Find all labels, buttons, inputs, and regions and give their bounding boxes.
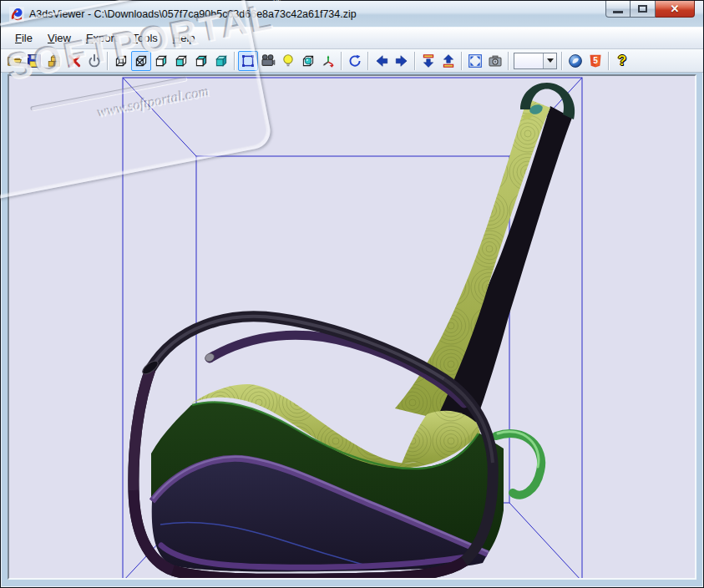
red-x-icon <box>67 53 82 68</box>
menu-tools[interactable]: Tools <box>125 29 165 47</box>
fullscreen-button[interactable] <box>465 51 485 71</box>
light-bulb-icon <box>281 53 296 68</box>
minimize-button[interactable] <box>605 1 631 18</box>
viewport-3d[interactable] <box>8 74 696 580</box>
view-gouraud-button[interactable] <box>191 51 211 71</box>
cube-hiddenline-icon <box>154 53 169 68</box>
open-folder-icon <box>7 53 22 68</box>
view-textured-button[interactable] <box>211 51 231 71</box>
chevron-down-icon <box>547 58 554 63</box>
minimize-icon <box>613 11 623 13</box>
window-title: A3dsViewer - C:\Downloads\057f7ca90b5c63… <box>29 8 357 20</box>
html5-export-button[interactable]: 5 <box>585 51 605 71</box>
toolbar-separator <box>107 52 109 70</box>
close-button[interactable]: ✕ <box>656 1 695 18</box>
axes-button[interactable] <box>318 51 338 71</box>
toolbar-separator <box>341 52 342 70</box>
toolbar-separator <box>367 52 369 70</box>
cube-wireframe-cross-icon <box>134 53 149 68</box>
help-button[interactable]: ? <box>612 51 632 71</box>
exit-button[interactable] <box>84 51 104 71</box>
arrow-right-icon <box>394 53 409 68</box>
object-select-combobox[interactable] <box>514 53 557 69</box>
combobox-value <box>514 53 543 68</box>
view-hidden-line-button[interactable] <box>151 51 171 71</box>
material-cube-icon <box>301 53 316 68</box>
objects-button[interactable] <box>44 51 64 71</box>
menu-bar: File View Export Tools Help <box>1 27 703 49</box>
save-button[interactable] <box>24 51 44 71</box>
movie-camera-icon <box>261 53 276 68</box>
menu-view[interactable]: View <box>40 29 79 47</box>
prev-button[interactable] <box>372 51 392 71</box>
material-button[interactable] <box>298 51 318 71</box>
app-icon <box>9 7 24 22</box>
toolbar-separator <box>414 52 416 70</box>
boxes-icon <box>47 53 62 68</box>
open-button[interactable] <box>4 51 24 71</box>
close-file-button[interactable] <box>64 51 84 71</box>
cube-solid-icon <box>214 53 229 68</box>
toolbar-separator <box>608 52 610 70</box>
axes-icon <box>321 53 336 68</box>
combobox-dropdown-button[interactable] <box>543 53 556 68</box>
next-button[interactable] <box>392 51 412 71</box>
light-button[interactable] <box>278 51 298 71</box>
export-button[interactable] <box>438 51 458 71</box>
cube-gouraud-icon <box>194 53 209 68</box>
close-icon: ✕ <box>671 3 680 15</box>
camera-button[interactable] <box>258 51 278 71</box>
snapshot-button[interactable] <box>485 51 505 71</box>
save-floppy-icon <box>27 53 42 68</box>
html5-icon: 5 <box>588 53 603 68</box>
cube-flat-icon <box>174 53 189 68</box>
view-wireframe-shaded-button[interactable] <box>131 51 151 71</box>
scene-svg <box>9 76 696 580</box>
menu-help[interactable]: Help <box>165 29 203 47</box>
view-wireframe-button[interactable] <box>111 51 131 71</box>
arrow-up-bar-icon <box>441 53 456 68</box>
toolbar: 5 ? <box>1 49 703 73</box>
toolbar-separator <box>561 52 563 70</box>
toolbar-separator <box>461 52 463 70</box>
maximize-button[interactable] <box>631 1 656 18</box>
chair-model <box>134 83 575 579</box>
app-window: A3dsViewer - C:\Downloads\057f7ca90b5c63… <box>0 0 704 588</box>
view-flat-button[interactable] <box>171 51 191 71</box>
arrow-down-bar-icon <box>421 53 436 68</box>
bounding-box-button[interactable] <box>238 51 258 71</box>
menu-export[interactable]: Export <box>79 29 125 47</box>
help-icon: ? <box>618 53 626 68</box>
import-button[interactable] <box>418 51 438 71</box>
toolbar-separator <box>234 52 236 70</box>
about-button[interactable] <box>565 51 585 71</box>
title-bar[interactable]: A3dsViewer - C:\Downloads\057f7ca90b5c63… <box>1 1 703 27</box>
rotate-button[interactable] <box>345 51 365 71</box>
svg-text:5: 5 <box>593 56 598 65</box>
photo-camera-icon <box>488 53 503 68</box>
power-icon <box>87 53 102 68</box>
maximize-icon <box>638 5 647 13</box>
bounding-box-icon <box>241 53 256 68</box>
cube-wireframe-icon <box>114 53 129 68</box>
fullscreen-icon <box>468 53 483 68</box>
menu-file[interactable]: File <box>8 29 40 47</box>
app-logo-icon <box>568 53 583 68</box>
toolbar-separator <box>508 52 509 70</box>
rotate-icon <box>347 53 362 68</box>
arrow-left-icon <box>374 53 389 68</box>
